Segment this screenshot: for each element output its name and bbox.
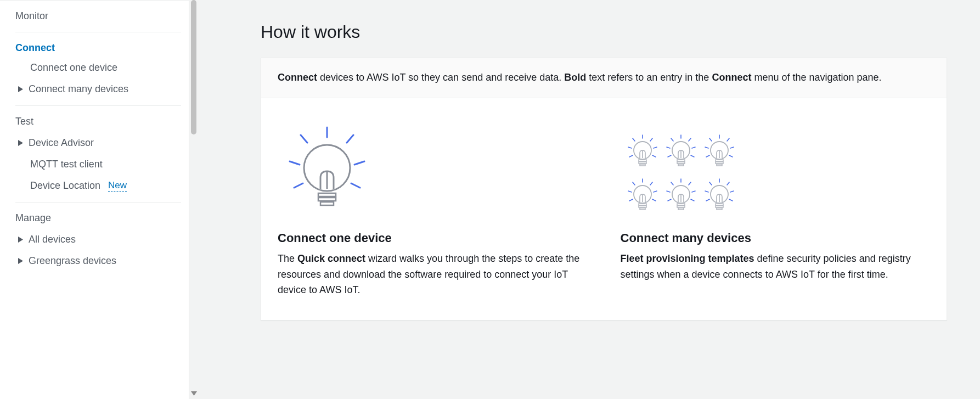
intro-bold-connect2: Connect [712, 72, 751, 83]
card-title: Connect many devices [621, 231, 931, 245]
sidebar-item-label: Device Advisor [29, 137, 94, 149]
sidebar-item-label: Device Location [30, 180, 100, 192]
svg-line-11 [351, 183, 360, 188]
sidebar-item-label: All devices [29, 234, 76, 245]
caret-right-icon [16, 140, 24, 146]
svg-marker-1 [18, 140, 23, 146]
intro-text: text refers to an entry in the [586, 72, 712, 83]
sidebar-header-manage: Manage [0, 203, 189, 234]
sidebar: Monitor Connect Connect one device Conne… [0, 0, 189, 399]
svg-marker-0 [18, 86, 23, 92]
svg-rect-15 [318, 198, 336, 201]
card-connect-one[interactable]: Connect one device The Quick connect wiz… [278, 120, 588, 298]
sidebar-item-device-advisor[interactable]: Device Advisor [0, 137, 189, 154]
intro-bold-connect: Connect [278, 72, 317, 83]
new-badge: New [108, 180, 127, 192]
sidebar-item-greengrass[interactable]: Greengrass devices [0, 250, 189, 272]
sidebar-item-mqtt[interactable]: MQTT test client [0, 154, 189, 175]
sidebar-item-label: Connect one device [30, 62, 117, 74]
sidebar-item-device-location[interactable]: Device Location New [0, 175, 189, 196]
svg-line-8 [290, 161, 300, 165]
panel-intro: Connect devices to AWS IoT so they can s… [261, 58, 947, 98]
sidebar-item-all-devices[interactable]: All devices [0, 234, 189, 250]
main-area: How it works Connect devices to AWS IoT … [189, 0, 980, 399]
sidebar-item-connect-one[interactable]: Connect one device [0, 57, 189, 78]
svg-marker-2 [18, 237, 23, 243]
svg-rect-14 [318, 193, 336, 196]
intro-text: devices to AWS IoT so they can send and … [317, 72, 564, 83]
page-title: How it works [261, 22, 947, 42]
intro-text: menu of the navigation pane. [751, 72, 881, 83]
scrollbar[interactable] [189, 0, 198, 399]
svg-line-9 [354, 161, 364, 165]
svg-marker-3 [18, 258, 23, 264]
sidebar-item-label: MQTT test client [30, 159, 103, 170]
caret-right-icon [16, 258, 24, 264]
scroll-down-icon[interactable] [189, 390, 198, 397]
card-description: Fleet provisioning templates define secu… [621, 251, 931, 283]
svg-line-10 [294, 183, 303, 188]
intro-bold-word: Bold [564, 72, 586, 83]
card-connect-many[interactable]: Connect many devices Fleet provisioning … [621, 120, 931, 298]
sidebar-header-monitor[interactable]: Monitor [0, 1, 189, 32]
svg-rect-16 [320, 202, 334, 205]
svg-marker-4 [191, 391, 197, 396]
lightbulb-icon [278, 120, 588, 224]
card-description: The Quick connect wizard walks you throu… [278, 251, 588, 298]
sidebar-item-connect-many[interactable]: Connect many devices [0, 78, 189, 100]
card-title: Connect one device [278, 231, 588, 245]
sidebar-item-label: Greengrass devices [29, 255, 116, 267]
scrollbar-thumb[interactable] [191, 0, 196, 134]
sidebar-item-label: Connect many devices [29, 83, 128, 95]
sidebar-header-connect[interactable]: Connect [0, 32, 189, 57]
caret-right-icon [16, 86, 24, 92]
caret-right-icon [16, 237, 24, 243]
how-it-works-panel: Connect devices to AWS IoT so they can s… [261, 58, 947, 321]
svg-line-6 [301, 135, 307, 143]
lightbulb-grid-icon [621, 120, 931, 224]
svg-line-7 [347, 135, 353, 143]
sidebar-header-test: Test [0, 106, 189, 137]
